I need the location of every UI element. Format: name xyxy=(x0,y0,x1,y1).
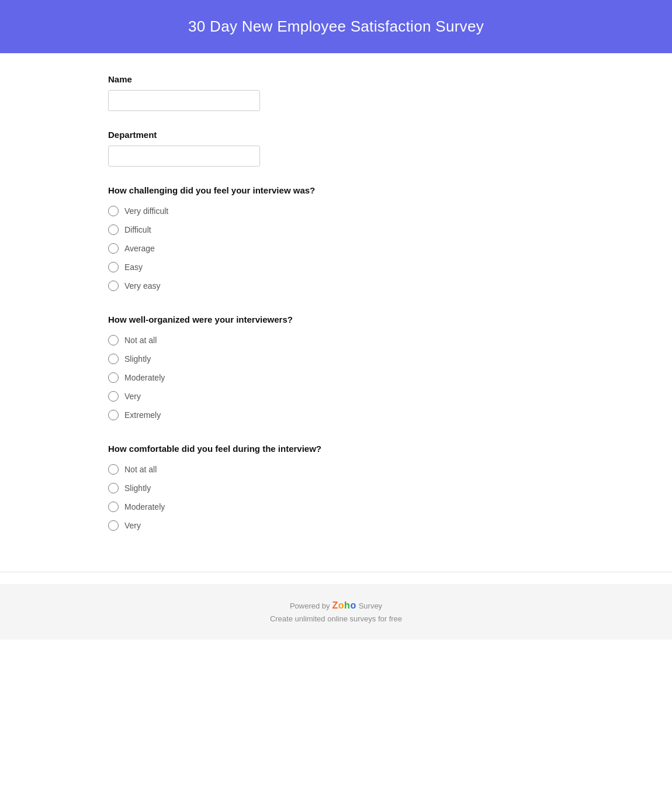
name-input[interactable] xyxy=(108,90,260,111)
q2-radio-3[interactable] xyxy=(108,372,119,383)
q1-radio-4[interactable] xyxy=(108,262,119,272)
question-3-group: How comfortable did you feel during the … xyxy=(108,444,564,531)
q1-radio-2[interactable] xyxy=(108,224,119,235)
q2-radio-5[interactable] xyxy=(108,410,119,420)
q3-label-3: Moderately xyxy=(124,502,165,511)
q2-label-4: Very xyxy=(124,392,141,401)
q3-label-4: Very xyxy=(124,521,141,530)
powered-by-text: Powered by xyxy=(290,602,330,610)
q2-option-1[interactable]: Not at all xyxy=(108,335,564,345)
q2-option-4[interactable]: Very xyxy=(108,391,564,402)
q2-label-1: Not at all xyxy=(124,336,157,345)
q1-radio-1[interactable] xyxy=(108,206,119,216)
q3-label-2: Slightly xyxy=(124,483,151,493)
question-2-group: How well-organized were your interviewer… xyxy=(108,314,564,420)
footer: Powered by Zoho Survey Create unlimited … xyxy=(0,584,672,640)
q3-radio-1[interactable] xyxy=(108,464,119,475)
q2-radio-2[interactable] xyxy=(108,354,119,364)
brand-name: Survey xyxy=(359,602,382,610)
q2-label-5: Extremely xyxy=(124,410,161,420)
q1-option-1[interactable]: Very difficult xyxy=(108,206,564,216)
header: 30 Day New Employee Satisfaction Survey xyxy=(0,0,672,53)
q2-label-2: Slightly xyxy=(124,354,151,364)
name-label: Name xyxy=(108,74,564,84)
zoho-logo: Zoho xyxy=(332,600,356,611)
q2-option-2[interactable]: Slightly xyxy=(108,354,564,364)
footer-divider xyxy=(0,572,672,572)
q1-option-3[interactable]: Average xyxy=(108,243,564,254)
q1-radio-3[interactable] xyxy=(108,243,119,254)
q1-label-5: Very easy xyxy=(124,281,160,291)
q1-option-4[interactable]: Easy xyxy=(108,262,564,272)
department-field-group: Department xyxy=(108,130,564,167)
q1-option-2[interactable]: Difficult xyxy=(108,224,564,235)
form-content: Name Department How challenging did you … xyxy=(73,53,599,566)
q1-label-4: Easy xyxy=(124,262,143,272)
q1-label-3: Average xyxy=(124,244,155,253)
q2-radio-1[interactable] xyxy=(108,335,119,345)
q3-radio-4[interactable] xyxy=(108,520,119,531)
q3-radio-3[interactable] xyxy=(108,502,119,512)
q3-option-1[interactable]: Not at all xyxy=(108,464,564,475)
powered-by-line: Powered by Zoho Survey xyxy=(12,600,660,611)
q1-label-2: Difficult xyxy=(124,225,151,234)
q3-label-1: Not at all xyxy=(124,465,157,474)
question-1-group: How challenging did you feel your interv… xyxy=(108,185,564,291)
question-2-text: How well-organized were your interviewer… xyxy=(108,314,564,324)
q2-label-3: Moderately xyxy=(124,373,165,382)
q3-option-4[interactable]: Very xyxy=(108,520,564,531)
q3-option-2[interactable]: Slightly xyxy=(108,483,564,493)
q2-option-3[interactable]: Moderately xyxy=(108,372,564,383)
question-3-text: How comfortable did you feel during the … xyxy=(108,444,564,454)
footer-tagline: Create unlimited online surveys for free xyxy=(12,614,660,623)
q1-label-1: Very difficult xyxy=(124,206,168,216)
survey-title: 30 Day New Employee Satisfaction Survey xyxy=(12,18,660,36)
q3-option-3[interactable]: Moderately xyxy=(108,502,564,512)
q3-radio-2[interactable] xyxy=(108,483,119,493)
q1-radio-5[interactable] xyxy=(108,281,119,291)
question-1-text: How challenging did you feel your interv… xyxy=(108,185,564,195)
name-field-group: Name xyxy=(108,74,564,111)
q1-option-5[interactable]: Very easy xyxy=(108,281,564,291)
department-input[interactable] xyxy=(108,146,260,167)
department-label: Department xyxy=(108,130,564,140)
q2-option-5[interactable]: Extremely xyxy=(108,410,564,420)
q2-radio-4[interactable] xyxy=(108,391,119,402)
